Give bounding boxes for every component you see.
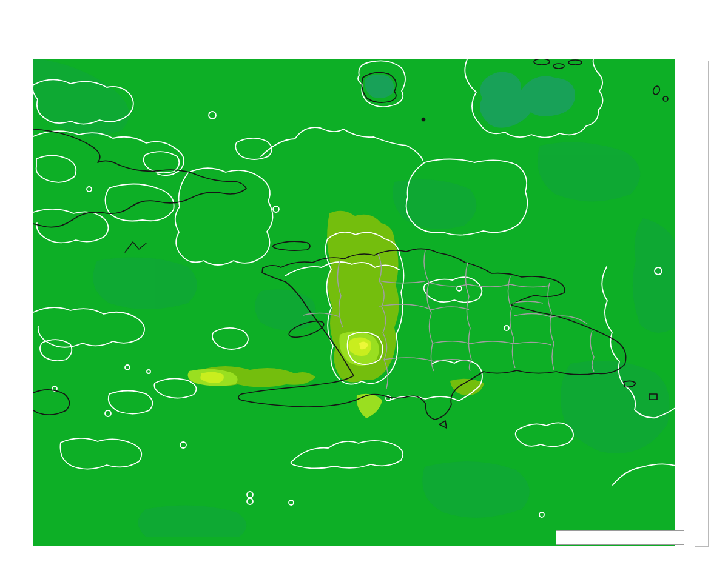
map-canvas [0,0,728,562]
small-cay [422,118,425,121]
wrf-temperature-map-page [0,0,728,562]
onamet-org-label [617,532,623,543]
colorbar [695,61,709,547]
credit-badge [556,530,684,545]
